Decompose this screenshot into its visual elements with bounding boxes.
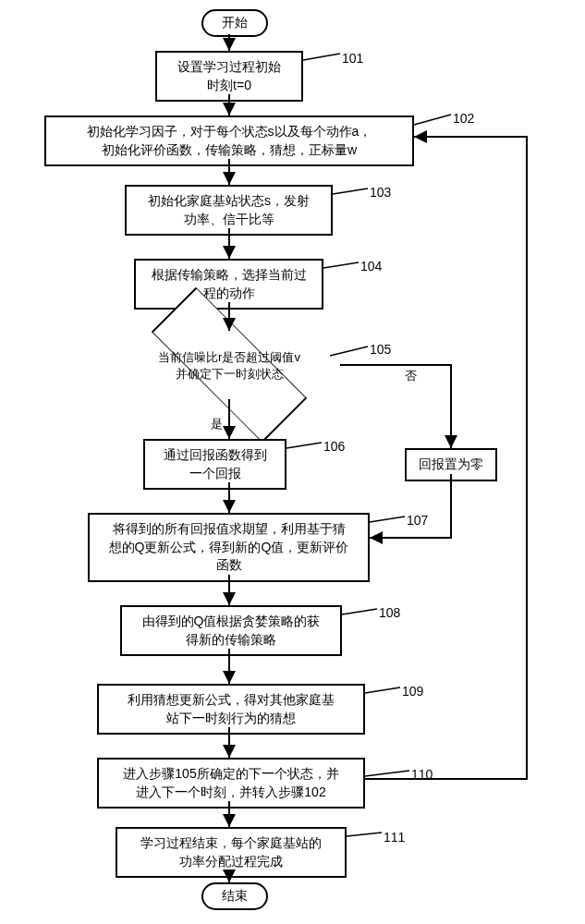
step-110-text: 进入步骤105所确定的下一个状态，并进入下一个时刻，并转入步骤102 [123, 766, 338, 799]
step-105-text: 当前信噪比r是否超过阈值v并确定下一时刻状态 [118, 349, 340, 383]
step-111: 学习过程结束，每个家庭基站的功率分配过程完成 [116, 827, 347, 878]
step-106-text: 通过回报函数得到一个回报 [164, 447, 267, 480]
step-102-text: 初始化学习因子，对于每个状态s以及每个动作a，初始化评价函数，传输策略，猜想，正… [87, 124, 372, 157]
ref-105: 105 [370, 342, 391, 357]
ref-101: 101 [342, 51, 363, 66]
step-107-text: 将得到的所有回报值求期望，利用基于猜想的Q更新公式，得到新的Q值，更新评价函数 [109, 521, 349, 572]
start-terminator: 开始 [201, 9, 268, 37]
step-103-text: 初始化家庭基站状态s，发射功率、信干比等 [148, 193, 310, 226]
step-108: 由得到的Q值根据贪婪策略的获得新的传输策略 [120, 605, 342, 656]
ref-102: 102 [453, 111, 474, 126]
ref-104: 104 [360, 259, 382, 274]
end-terminator: 结束 [201, 882, 268, 910]
decision-no: 否 [405, 368, 417, 384]
ref-107: 107 [407, 513, 428, 528]
step-103: 初始化家庭基站状态s，发射功率、信干比等 [125, 185, 333, 236]
ref-109: 109 [402, 684, 423, 699]
ref-106: 106 [323, 439, 345, 454]
step-106b-text: 回报置为零 [419, 456, 483, 471]
step-111-text: 学习过程结束，每个家庭基站的功率分配过程完成 [140, 835, 322, 869]
step-109: 利用猜想更新公式，得对其他家庭基站下一时刻行为的猜想 [97, 684, 365, 735]
step-105-decision: 当前信噪比r是否超过阈值v并确定下一时刻状态 [118, 328, 340, 402]
step-102: 初始化学习因子，对于每个状态s以及每个动作a，初始化评价函数，传输策略，猜想，正… [44, 116, 414, 166]
step-104-text: 根据传输策略，选择当前过程的动作 [152, 267, 307, 300]
step-106b: 回报置为零 [405, 448, 497, 481]
ref-111: 111 [384, 830, 405, 845]
step-106: 通过回报函数得到一个回报 [143, 439, 286, 490]
ref-110: 110 [411, 767, 433, 782]
step-101-text: 设置学习过程初始时刻t=0 [177, 59, 281, 92]
step-107: 将得到的所有回报值求期望，利用基于猜想的Q更新公式，得到新的Q值，更新评价函数 [88, 513, 370, 582]
step-101: 设置学习过程初始时刻t=0 [155, 51, 303, 102]
step-109-text: 利用猜想更新公式，得对其他家庭基站下一时刻行为的猜想 [128, 692, 335, 725]
step-108-text: 由得到的Q值根据贪婪策略的获得新的传输策略 [142, 614, 321, 647]
step-104: 根据传输策略，选择当前过程的动作 [134, 259, 323, 310]
ref-108: 108 [379, 605, 400, 620]
decision-yes: 是 [211, 416, 223, 432]
ref-103: 103 [370, 185, 391, 200]
step-110: 进入步骤105所确定的下一个状态，并进入下一个时刻，并转入步骤102 [97, 758, 365, 808]
